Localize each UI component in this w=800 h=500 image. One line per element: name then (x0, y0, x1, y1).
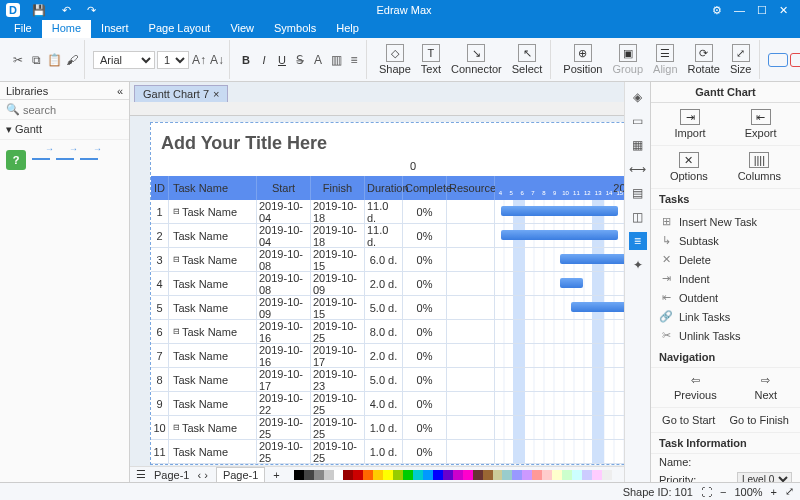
color-swatch[interactable] (403, 470, 413, 480)
menu-file[interactable]: File (4, 20, 42, 38)
menu-view[interactable]: View (220, 20, 264, 38)
canvas[interactable]: Add Your Title Here 0 Replace your text … (130, 116, 624, 466)
go-to-finish-button[interactable]: Go to Finish (730, 414, 789, 426)
bold-icon[interactable]: B (238, 52, 254, 68)
color-swatch[interactable] (512, 470, 522, 480)
color-swatch[interactable] (572, 470, 582, 480)
table-row[interactable]: 5Task Name2019-10-092019-10-155.0 d.0% (151, 296, 624, 320)
more-panel-icon[interactable]: ✦ (629, 256, 647, 274)
shape-button[interactable]: ◇Shape (375, 42, 415, 77)
strike-icon[interactable]: S̶ (292, 52, 308, 68)
task-op-delete[interactable]: ✕Delete (651, 250, 800, 269)
gantt-chart-object[interactable]: Add Your Title Here 0 Replace your text … (150, 122, 624, 465)
table-row[interactable]: 3⊟Task Name2019-10-082019-10-156.0 d.0% (151, 248, 624, 272)
expand-icon[interactable]: ⊟ (173, 423, 180, 432)
go-to-start-button[interactable]: Go to Start (662, 414, 715, 426)
color-swatch[interactable] (463, 470, 473, 480)
gantt-bar[interactable] (560, 254, 624, 264)
task-op-subtask[interactable]: ↳Subtask (651, 231, 800, 250)
color-swatch[interactable] (602, 470, 612, 480)
options-button[interactable]: ✕Options (670, 152, 708, 182)
color-swatch[interactable] (363, 470, 373, 480)
table-icon[interactable]: ▤ (629, 184, 647, 202)
font-family-select[interactable]: Arial (93, 51, 155, 69)
menu-page-layout[interactable]: Page Layout (139, 20, 221, 38)
expand-icon[interactable]: ⊟ (173, 327, 180, 336)
select-button[interactable]: ↖Select (508, 42, 547, 77)
gantt-panel-icon[interactable]: ≡ (629, 232, 647, 250)
decrease-font-icon[interactable]: A↓ (209, 52, 225, 68)
table-row[interactable]: 8Task Name2019-10-172019-10-235.0 d.0% (151, 368, 624, 392)
export-button[interactable]: ⇤Export (745, 109, 777, 139)
style-swatch-2[interactable] (790, 53, 800, 67)
table-row[interactable]: 1⊟Task Name2019-10-042019-10-1811.0 d.0% (151, 200, 624, 224)
undo-icon[interactable]: ↶ (56, 4, 77, 17)
color-swatch[interactable] (502, 470, 512, 480)
color-swatch[interactable] (562, 470, 572, 480)
color-swatch[interactable] (433, 470, 443, 480)
table-row[interactable]: 6⊟Task Name2019-10-162019-10-258.0 d.0% (151, 320, 624, 344)
table-row[interactable]: 11Task Name2019-10-252019-10-251.0 d.0% (151, 440, 624, 464)
next-button[interactable]: ⇨Next (754, 374, 777, 401)
position-button[interactable]: ⊕Position (559, 42, 606, 77)
color-swatch[interactable] (324, 470, 334, 480)
color-swatch[interactable] (532, 470, 542, 480)
menu-insert[interactable]: Insert (91, 20, 139, 38)
color-swatch[interactable] (443, 470, 453, 480)
document-tab[interactable]: Gantt Chart 7× (134, 85, 228, 102)
page-title[interactable]: Add Your Title Here (151, 133, 624, 158)
color-swatch[interactable] (373, 470, 383, 480)
table-row[interactable]: 7Task Name2019-10-162019-10-172.0 d.0% (151, 344, 624, 368)
chart-icon[interactable]: ◫ (629, 208, 647, 226)
add-page-icon[interactable]: + (273, 469, 279, 481)
minimize-icon[interactable]: — (728, 4, 751, 16)
color-swatch[interactable] (542, 470, 552, 480)
color-swatch[interactable] (592, 470, 602, 480)
paste-icon[interactable]: 📋 (46, 52, 62, 68)
color-swatch[interactable] (353, 470, 363, 480)
table-row[interactable]: 4Task Name2019-10-082019-10-092.0 d.0% (151, 272, 624, 296)
help-icon[interactable]: ? (6, 150, 26, 170)
rotate-button[interactable]: ⟳Rotate (684, 42, 724, 77)
dimension-icon[interactable]: ⟷ (629, 160, 647, 178)
table-row[interactable]: 10⊟Task Name2019-10-252019-10-251.0 d.0% (151, 416, 624, 440)
page-list-icon[interactable]: ☰ (136, 468, 146, 481)
increase-font-icon[interactable]: A↑ (191, 52, 207, 68)
color-swatch[interactable] (493, 470, 503, 480)
columns-button[interactable]: ||||Columns (738, 152, 781, 182)
text-button[interactable]: TText (417, 42, 445, 77)
theme-icon[interactable]: ◈ (629, 88, 647, 106)
page-tab-a[interactable]: Page-1 (154, 469, 189, 481)
color-swatch[interactable] (483, 470, 493, 480)
zoom-in-icon[interactable]: + (771, 486, 777, 498)
underline-icon[interactable]: U (274, 52, 290, 68)
fit-icon[interactable]: ⛶ (701, 486, 712, 498)
gantt-bar[interactable] (560, 278, 584, 288)
task-op-outdent[interactable]: ⇤Outdent (651, 288, 800, 307)
menu-home[interactable]: Home (42, 20, 91, 38)
color-palette[interactable] (294, 470, 612, 480)
libraries-collapse-icon[interactable]: « (117, 85, 123, 97)
task-op-insert-new-task[interactable]: ⊞Insert New Task (651, 212, 800, 231)
color-swatch[interactable] (383, 470, 393, 480)
color-swatch[interactable] (423, 470, 433, 480)
gantt-bar[interactable] (501, 206, 619, 216)
color-swatch[interactable] (343, 470, 353, 480)
close-icon[interactable]: ✕ (773, 4, 794, 17)
page-tab-b[interactable]: Page-1 (216, 467, 265, 483)
font-size-select[interactable]: 12 (157, 51, 189, 69)
redo-icon[interactable]: ↷ (81, 4, 102, 17)
library-category[interactable]: ▾ Gantt (0, 120, 129, 140)
gantt-shape-2[interactable] (56, 146, 74, 160)
style-swatch-1[interactable] (768, 53, 788, 67)
expand-icon[interactable]: ⊟ (173, 207, 180, 216)
gantt-shape-1[interactable] (32, 146, 50, 160)
previous-button[interactable]: ⇦Previous (674, 374, 717, 401)
tab-close-icon[interactable]: × (213, 88, 219, 100)
task-op-link-tasks[interactable]: 🔗Link Tasks (651, 307, 800, 326)
color-swatch[interactable] (522, 470, 532, 480)
highlight-icon[interactable]: ▥ (328, 52, 344, 68)
table-row[interactable]: 9Task Name2019-10-222019-10-254.0 d.0% (151, 392, 624, 416)
color-swatch[interactable] (552, 470, 562, 480)
gantt-shape-3[interactable] (80, 146, 98, 160)
